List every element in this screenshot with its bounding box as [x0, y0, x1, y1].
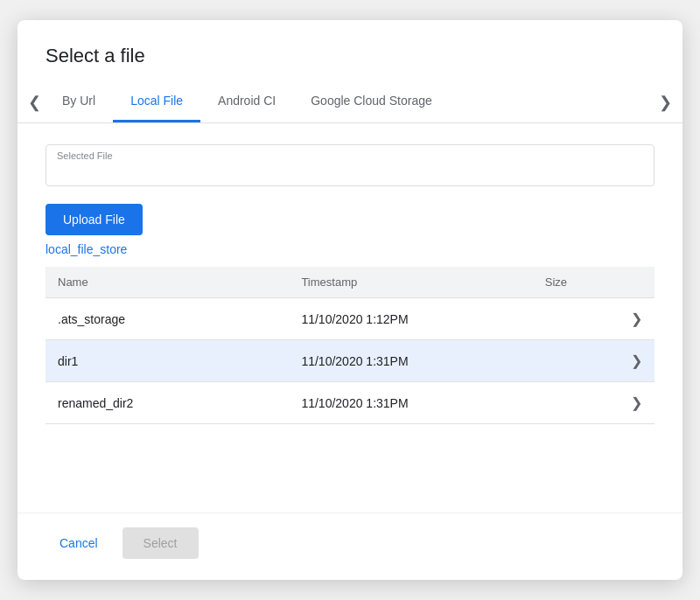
- col-header-size: Size: [533, 267, 606, 298]
- cancel-button[interactable]: Cancel: [46, 527, 112, 559]
- cell-name: .ats_storage: [46, 298, 289, 340]
- cell-size: [533, 382, 606, 424]
- cell-name: dir1: [46, 340, 289, 382]
- file-table: Name Timestamp Size .ats_storage 11/10/2…: [46, 267, 654, 424]
- dialog-actions: Cancel Select: [18, 513, 682, 580]
- cell-chevron: ❯: [606, 340, 654, 382]
- cell-size: [533, 340, 606, 382]
- tab-local-file[interactable]: Local File: [113, 81, 200, 122]
- col-header-name: Name: [46, 267, 289, 298]
- cell-chevron: ❯: [606, 298, 654, 340]
- content-area: Selected File Upload File local_file_sto…: [18, 123, 682, 513]
- file-store-link[interactable]: local_file_store: [46, 242, 654, 256]
- cell-timestamp: 11/10/2020 1:31PM: [289, 340, 532, 382]
- table-row[interactable]: renamed_dir2 11/10/2020 1:31PM ❯: [46, 382, 654, 424]
- cell-size: [533, 298, 606, 340]
- col-header-timestamp: Timestamp: [289, 267, 532, 298]
- table-header: Name Timestamp Size: [46, 267, 654, 298]
- selected-file-field: Selected File: [46, 144, 654, 186]
- cell-chevron: ❯: [606, 382, 654, 424]
- chevron-right-icon: ❯: [631, 395, 642, 410]
- tab-prev-button[interactable]: ❮: [24, 86, 45, 119]
- cell-timestamp: 11/10/2020 1:12PM: [289, 298, 532, 340]
- tab-next-button[interactable]: ❯: [655, 86, 676, 119]
- chevron-right-icon: ❯: [631, 353, 642, 368]
- table-header-row: Name Timestamp Size: [46, 267, 654, 298]
- tab-android-ci[interactable]: Android CI: [200, 81, 293, 122]
- table-body: .ats_storage 11/10/2020 1:12PM ❯ dir1 11…: [46, 298, 654, 424]
- col-header-chevron: [606, 267, 654, 298]
- cell-name: renamed_dir2: [46, 382, 289, 424]
- selected-file-label: Selected File: [57, 150, 113, 161]
- cell-timestamp: 11/10/2020 1:31PM: [289, 382, 532, 424]
- select-button[interactable]: Select: [122, 527, 199, 559]
- tabs-row: ❮ By Url Local File Android CI Google Cl…: [18, 81, 682, 123]
- table-row[interactable]: dir1 11/10/2020 1:31PM ❯: [46, 340, 654, 382]
- tab-google-cloud-storage[interactable]: Google Cloud Storage: [293, 81, 450, 122]
- chevron-right-icon: ❯: [631, 311, 642, 326]
- tabs-container: By Url Local File Android CI Google Clou…: [45, 81, 655, 122]
- table-row[interactable]: .ats_storage 11/10/2020 1:12PM ❯: [46, 298, 654, 340]
- upload-file-button[interactable]: Upload File: [46, 204, 143, 235]
- select-file-dialog: Select a file ❮ By Url Local File Androi…: [18, 20, 682, 580]
- dialog-title: Select a file: [18, 20, 682, 81]
- tab-by-url[interactable]: By Url: [45, 81, 113, 122]
